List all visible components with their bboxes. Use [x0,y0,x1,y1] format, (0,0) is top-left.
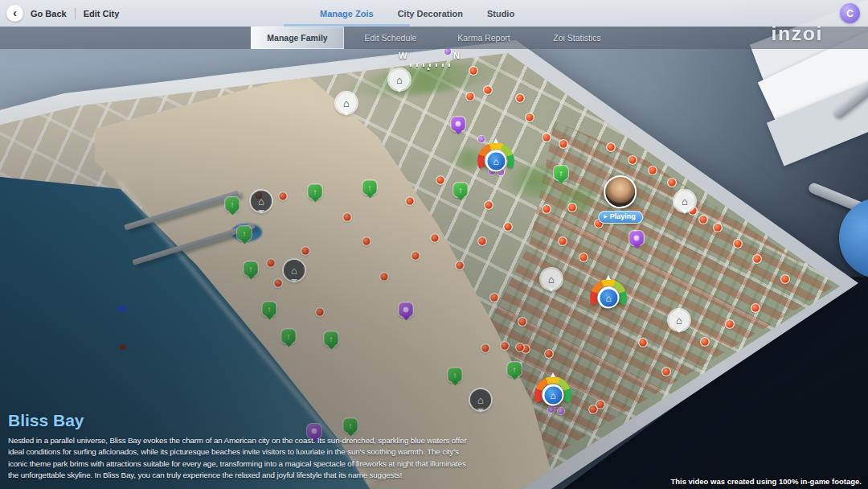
community-lot-marker[interactable]: ⌂ [251,191,272,212]
tab-manage-zois[interactable]: Manage Zois [320,0,374,27]
family-home-marker[interactable]: ⌂ [590,279,627,316]
zoi-location-dot[interactable] [519,318,526,326]
vacant-lot-pin[interactable]: ↑ [309,185,322,199]
zoi-location-dot[interactable] [482,345,489,352]
pin-dot-icon [403,307,409,313]
up-arrow-icon: ↑ [453,371,457,379]
community-lot-marker[interactable]: ⌂ [470,389,491,410]
community-lot-marker[interactable]: ⌂ [674,191,695,212]
zoi-location-dot[interactable] [485,87,492,94]
zoi-location-dot[interactable] [302,248,309,255]
zoi-location-dot[interactable] [344,214,351,221]
community-lot-marker[interactable]: ⌂ [284,260,305,281]
zoi-location-dot[interactable] [432,235,439,242]
community-lot-marker[interactable]: ⌂ [669,310,690,331]
zoi-location-dot[interactable] [629,157,637,164]
vacant-lot-pin[interactable]: ↑ [282,330,296,343]
go-back-button[interactable]: ‹ Go Back [6,5,67,22]
vacant-lot-pin[interactable]: ↑ [244,262,258,276]
zoi-location-dot[interactable] [479,238,486,245]
subtab-karma-report[interactable]: Karma Report [437,27,530,49]
zoi-location-dot[interactable] [317,309,324,316]
vacant-lot-pin[interactable]: ↑ [238,227,252,240]
city-name-title: Bliss Bay [8,411,473,430]
up-arrow-icon: ↑ [268,305,272,313]
zoi-location-dot[interactable] [457,262,464,269]
zoi-location-dot[interactable] [700,216,707,224]
zoi-location-dot[interactable] [590,406,597,413]
active-player-marker[interactable]: ▶Playing [598,175,643,224]
special-lot-pin[interactable] [452,117,465,131]
community-lot-marker[interactable]: ⌂ [389,69,410,90]
zoi-location-dot[interactable] [597,401,604,409]
vacant-lot-pin[interactable]: ↑ [226,198,240,212]
zoi-location-dot[interactable] [559,238,567,245]
up-arrow-icon: ↑ [513,365,517,373]
community-lot-marker[interactable]: ⌂ [336,92,357,113]
tab-city-decoration[interactable]: City Decoration [398,0,463,27]
zoi-location-dot[interactable] [569,204,576,212]
zoi-location-dot[interactable] [580,254,588,261]
building-icon: ⌂ [676,315,682,326]
zoi-location-dot[interactable] [505,224,512,231]
zoi-location-dot[interactable] [669,179,676,187]
profile-badge-letter: C [846,8,854,19]
zoi-location-dot[interactable] [407,198,414,205]
family-home-marker[interactable]: ⌂ [477,142,514,179]
subtab-edit-schedule[interactable]: Edit Schedule [344,27,437,49]
zoi-location-dot[interactable] [754,256,761,263]
special-lot-pin[interactable] [399,303,413,317]
zoi-location-dot[interactable] [467,93,474,101]
zoi-location-dot[interactable] [752,305,760,312]
zoi-location-dot[interactable] [470,68,477,75]
edit-city-button[interactable]: Edit City [84,9,120,18]
vacant-lot-pin[interactable]: ↑ [555,166,568,180]
zoi-location-dot[interactable] [485,202,493,209]
zoi-location-dot[interactable] [363,238,371,245]
special-location-dot[interactable] [478,136,485,142]
up-arrow-icon: ↑ [559,169,563,177]
family-home-marker[interactable]: ⌂ [534,376,571,413]
zoi-location-dot[interactable] [268,260,275,267]
special-lot-pin[interactable] [630,232,644,245]
zoi-location-dot[interactable] [437,177,444,184]
zoi-location-dot[interactable] [649,167,657,175]
vacant-lot-pin[interactable]: ↑ [508,363,522,376]
special-location-dot[interactable] [444,48,451,55]
zoi-location-dot[interactable] [275,280,282,287]
vacant-lot-pin[interactable]: ↑ [363,181,377,195]
up-arrow-icon: ↑ [368,183,372,191]
zoi-location-dot[interactable] [663,368,670,376]
vacant-lot-pin[interactable]: ↑ [448,368,462,382]
subtab-zoi-statistics[interactable]: Zoi Statistics [530,27,624,49]
zoi-location-dot[interactable] [702,339,709,346]
zoi-location-dot[interactable] [782,276,789,283]
zoi-location-dot[interactable] [517,344,524,351]
zoi-location-dot[interactable] [727,321,734,328]
zoi-location-dot[interactable] [714,224,722,232]
zoi-location-dot[interactable] [526,114,534,121]
zoi-location-dot[interactable] [640,339,647,347]
zoi-location-dot[interactable] [280,193,287,200]
zoi-location-dot[interactable] [517,95,524,102]
compass-tick [448,64,450,67]
vacant-lot-pin[interactable]: ↑ [454,183,468,197]
zoi-location-dot[interactable] [546,351,553,358]
zoi-location-dot[interactable] [735,240,742,248]
vacant-lot-pin[interactable]: ↑ [325,332,338,346]
zoi-location-dot[interactable] [381,273,388,281]
up-arrow-icon: ↑ [459,186,463,194]
community-lot-marker[interactable]: ⌂ [541,269,562,290]
zoi-location-dot[interactable] [543,134,551,142]
zoi-location-dot[interactable] [608,144,615,151]
zoi-location-dot[interactable] [502,343,509,350]
city-description: Nestled in a parallel universe, Bliss Ba… [8,435,473,482]
tab-studio[interactable]: Studio [487,0,514,27]
canvas-profile-icon[interactable]: C [840,3,860,23]
zoi-location-dot[interactable] [560,141,567,148]
zoi-location-dot[interactable] [491,294,498,302]
subtab-manage-family[interactable]: Manage Family [251,27,344,49]
vacant-lot-pin[interactable]: ↑ [263,302,276,316]
zoi-location-dot[interactable] [543,206,551,213]
zoi-location-dot[interactable] [412,253,420,260]
